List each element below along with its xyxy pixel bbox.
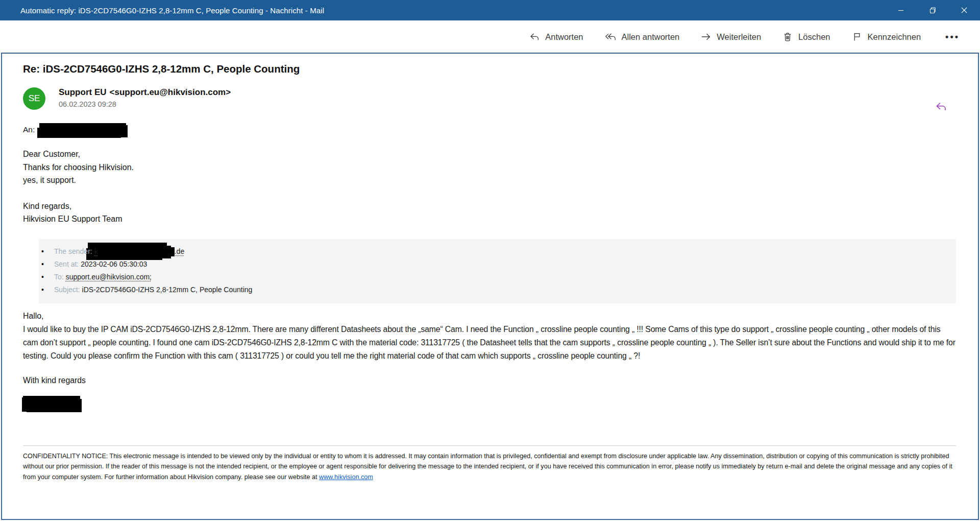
window-title: Automatic reply: iDS-2CD7546G0-IZHS 2,8-… [0, 6, 324, 15]
minimize-icon [898, 7, 904, 13]
body-line: Dear Customer, [23, 148, 956, 161]
titlebar[interactable]: Automatic reply: iDS-2CD7546G0-IZHS 2,8-… [0, 0, 980, 20]
reply-all-icon [605, 32, 616, 42]
quoted-header-list: The sender:k.de Sent at:2023-02-06 05:30… [39, 247, 956, 295]
redacted-signature [23, 396, 80, 411]
body-line: Kind regards, [23, 200, 956, 213]
recipient-row: An: [23, 123, 956, 136]
message-signoff: Kind regards, Hikvision EU Support Team [23, 200, 956, 226]
sender-email-address: <support.eu@hikvision.com> [110, 87, 231, 97]
sender-display-name: Support EU [59, 87, 107, 97]
quoted-subject-row: Subject:iDS-2CD7546G0-IZHS 2,8-12mm C, P… [39, 285, 956, 295]
close-icon [961, 7, 967, 13]
more-button[interactable]: ••• [942, 32, 963, 42]
confidentiality-text: CONFIDENTIALITY NOTICE: This electronic … [23, 453, 952, 481]
quoted-sent-label: Sent at: [54, 260, 79, 268]
quoted-sender-label: The sender: [54, 247, 92, 255]
sender-name: Support EU<support.eu@hikvision.com> [59, 87, 231, 98]
delete-label: Löschen [798, 32, 830, 42]
body-line: Hikvision EU Support Team [23, 212, 956, 226]
sender-avatar[interactable]: SE [23, 87, 45, 110]
quoted-message-block: The sender:k.de Sent at:2023-02-06 05:30… [39, 239, 956, 303]
forward-button[interactable]: Weiterleiten [701, 32, 761, 42]
sender-meta: Support EU<support.eu@hikvision.com> 06.… [59, 87, 231, 108]
restore-icon [929, 7, 936, 14]
delete-button[interactable]: Löschen [782, 32, 830, 42]
reply-icon [529, 32, 540, 42]
message-date: 06.02.2023 09:28 [59, 100, 231, 108]
hikvision-website-link[interactable]: www.hikvision.com [319, 473, 373, 481]
redacted-sender-email [98, 247, 175, 256]
flag-button[interactable]: Kennzeichnen [852, 32, 921, 42]
body-line: yes, it support. [23, 174, 956, 187]
inquiry-greeting: Hallo, [23, 310, 956, 323]
message-subject: Re: iDS-2CD7546G0-IZHS 2,8-12mm C, Peopl… [23, 63, 956, 75]
body-line: Thanks for choosing Hikvision. [23, 161, 956, 174]
quoted-sender-row: The sender:k.de [39, 247, 956, 256]
forward-icon [701, 32, 711, 42]
confidentiality-notice: CONFIDENTIALITY NOTICE: This electronic … [23, 451, 956, 483]
restore-button[interactable] [917, 0, 948, 20]
reply-all-button[interactable]: Allen antworten [605, 32, 680, 42]
forward-label: Weiterleiten [717, 32, 761, 42]
quoted-subject-label: Subject: [54, 286, 80, 294]
reply-button[interactable]: Antworten [529, 32, 583, 42]
quoted-to-label: To: [54, 273, 64, 281]
flag-icon [852, 32, 862, 42]
inquiry-text: I would like to buy the IP CAM iDS-2CD75… [23, 323, 956, 363]
replied-indicator-icon [935, 101, 947, 112]
window-controls [885, 0, 980, 20]
message-pane: Re: iDS-2CD7546G0-IZHS 2,8-12mm C, Peopl… [1, 53, 979, 520]
quoted-subject-value: iDS-2CD7546G0-IZHS 2,8-12mm C, People Co… [82, 286, 253, 294]
reply-all-label: Allen antworten [622, 32, 680, 42]
quoted-to-email-link[interactable]: support.eu@hikvision.com; [66, 273, 152, 281]
redacted-recipient [39, 123, 126, 136]
quoted-to-row: To:support.eu@hikvision.com; [39, 272, 956, 282]
message-body: Dear Customer, Thanks for choosing Hikvi… [23, 148, 956, 187]
app-window: { "window": { "title": "Automatic reply:… [0, 0, 980, 521]
trash-icon [782, 32, 793, 42]
reply-label: Antworten [545, 32, 583, 42]
footer-divider [23, 445, 956, 446]
quoted-sent-row: Sent at:2023-02-06 05:30:03 [39, 259, 956, 269]
minimize-button[interactable] [885, 0, 917, 20]
sender-row: SE Support EU<support.eu@hikvision.com> … [23, 87, 956, 110]
more-icon: ••• [942, 32, 963, 42]
message-toolbar: Antworten Allen antworten Weiterleiten L… [0, 20, 980, 53]
inquiry-closing: With kind regards [23, 376, 956, 385]
close-button[interactable] [948, 0, 980, 20]
avatar-initials: SE [29, 93, 40, 104]
flag-label: Kennzeichnen [868, 32, 921, 42]
to-label: An: [23, 125, 35, 134]
sender-domain-link[interactable]: .de [175, 247, 184, 255]
sender-address-prefix: k [94, 247, 98, 255]
quoted-sent-value: 2023-02-06 05:30:03 [81, 260, 147, 268]
